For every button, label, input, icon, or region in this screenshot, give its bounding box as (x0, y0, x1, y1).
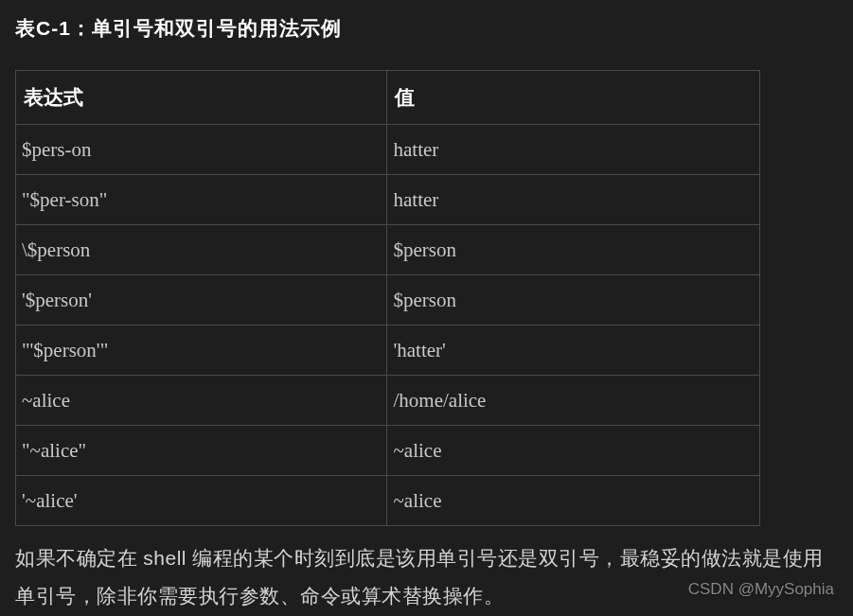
watermark: CSDN @MyySophia (688, 580, 834, 599)
table-row: "$per-son" hatter (16, 175, 760, 225)
table-caption: 表C-1：单引号和双引号的用法示例 (15, 15, 838, 42)
cell-value: hatter (387, 175, 760, 225)
explanation-paragraph: 如果不确定在 shell 编程的某个时刻到底是该用单引号还是双引号，最稳妥的做法… (15, 539, 838, 615)
cell-value: 'hatter' (387, 326, 760, 376)
table-header-row: 表达式 值 (16, 71, 760, 125)
cell-expression: $pers-on (16, 125, 387, 175)
cell-expression: \$person (16, 225, 387, 275)
table-row: '$person' $person (16, 275, 760, 326)
cell-expression: '$person' (16, 275, 387, 326)
header-value: 值 (387, 71, 760, 125)
table-row: '~alice' ~alice (16, 476, 760, 526)
table-row: "~alice" ~alice (16, 426, 760, 476)
cell-value: ~alice (387, 426, 760, 476)
table-row: $pers-on hatter (16, 125, 760, 175)
cell-value: $person (387, 225, 760, 275)
cell-value: /home/alice (387, 376, 760, 426)
table-row: "'$person'" 'hatter' (16, 326, 760, 376)
cell-expression: '~alice' (16, 476, 387, 526)
table-row: ~alice /home/alice (16, 376, 760, 426)
cell-value: $person (387, 275, 760, 326)
cell-expression: ~alice (16, 376, 387, 426)
cell-value: hatter (387, 125, 760, 175)
header-expression: 表达式 (16, 71, 387, 125)
cell-expression: "$per-son" (16, 175, 387, 225)
quotes-usage-table: 表达式 值 $pers-on hatter "$per-son" hatter … (15, 70, 760, 526)
cell-expression: "~alice" (16, 426, 387, 476)
cell-value: ~alice (387, 476, 760, 526)
cell-expression: "'$person'" (16, 326, 387, 376)
table-row: \$person $person (16, 225, 760, 275)
